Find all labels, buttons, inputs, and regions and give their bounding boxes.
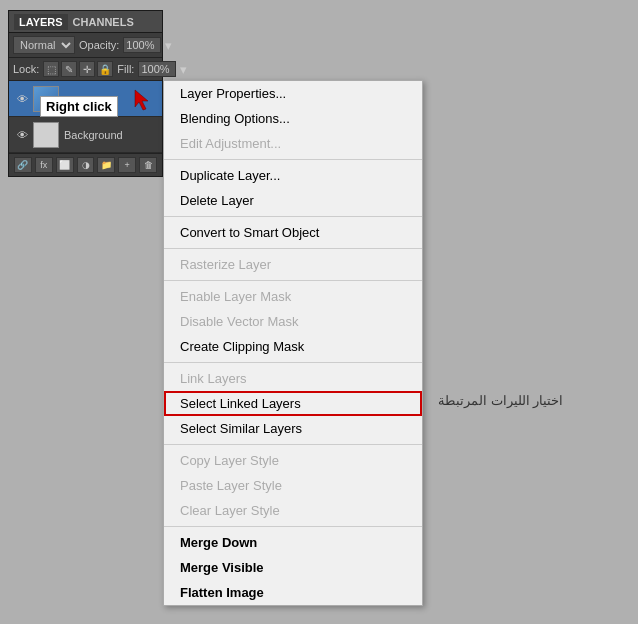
menu-sep-6 [164, 444, 422, 445]
lock-icons: ⬚ ✎ ✛ 🔒 [43, 61, 113, 77]
layer-name-bg: Background [64, 129, 123, 141]
menu-layer-properties[interactable]: Layer Properties... [164, 81, 422, 106]
panel-header: LAYERS CHANNELS [9, 11, 162, 33]
fill-input[interactable] [138, 61, 176, 77]
menu-merge-visible[interactable]: Merge Visible [164, 555, 422, 580]
menu-edit-adjustment: Edit Adjustment... [164, 131, 422, 156]
menu-duplicate-layer[interactable]: Duplicate Layer... [164, 163, 422, 188]
opacity-label: Opacity: [79, 39, 119, 51]
menu-copy-layer-style: Copy Layer Style [164, 448, 422, 473]
layer-item-background[interactable]: 👁 Background [9, 117, 162, 153]
lock-fill-row: Lock: ⬚ ✎ ✛ 🔒 Fill: ▾ [9, 58, 162, 81]
blend-mode-select[interactable]: Normal [13, 36, 75, 54]
cursor-arrow [130, 85, 160, 115]
menu-delete-layer[interactable]: Delete Layer [164, 188, 422, 213]
menu-clear-layer-style: Clear Layer Style [164, 498, 422, 523]
fill-label: Fill: [117, 63, 134, 75]
group-icon-btn[interactable]: 📁 [97, 157, 115, 173]
menu-link-layers: Link Layers [164, 366, 422, 391]
blend-opacity-row: Normal Opacity: ▾ [9, 33, 162, 58]
layers-tab[interactable]: LAYERS [14, 14, 68, 30]
new-layer-icon-btn[interactable]: + [118, 157, 136, 173]
menu-create-clipping-mask[interactable]: Create Clipping Mask [164, 334, 422, 359]
opacity-input[interactable] [123, 37, 161, 53]
menu-blending-options[interactable]: Blending Options... [164, 106, 422, 131]
lock-transparent-btn[interactable]: ⬚ [43, 61, 59, 77]
right-click-label: Right click [40, 96, 118, 117]
menu-flatten-image[interactable]: Flatten Image [164, 580, 422, 605]
menu-paste-layer-style: Paste Layer Style [164, 473, 422, 498]
menu-select-similar-layers[interactable]: Select Similar Layers [164, 416, 422, 441]
channels-tab[interactable]: CHANNELS [68, 14, 139, 30]
link-icon-btn[interactable]: 🔗 [14, 157, 32, 173]
layer-visibility-eye[interactable]: 👁 [14, 91, 30, 107]
menu-sep-4 [164, 280, 422, 281]
menu-enable-layer-mask: Enable Layer Mask [164, 284, 422, 309]
menu-merge-down[interactable]: Merge Down [164, 530, 422, 555]
fill-arrow[interactable]: ▾ [180, 62, 187, 77]
delete-layer-icon-btn[interactable]: 🗑 [139, 157, 157, 173]
lock-label: Lock: [13, 63, 39, 75]
context-menu: Layer Properties... Blending Options... … [163, 80, 423, 606]
layer-visibility-eye-bg[interactable]: 👁 [14, 127, 30, 143]
menu-sep-3 [164, 248, 422, 249]
opacity-arrow[interactable]: ▾ [165, 38, 172, 53]
lock-image-btn[interactable]: ✎ [61, 61, 77, 77]
menu-disable-vector-mask: Disable Vector Mask [164, 309, 422, 334]
menu-sep-1 [164, 159, 422, 160]
svg-marker-0 [135, 90, 148, 110]
fx-icon-btn[interactable]: fx [35, 157, 53, 173]
menu-sep-2 [164, 216, 422, 217]
menu-convert-smart-object[interactable]: Convert to Smart Object [164, 220, 422, 245]
layer-thumbnail-bg [33, 122, 59, 148]
arabic-label-select-linked: اختيار الليرات المرتبطة [438, 393, 563, 408]
panel-bottom-toolbar: 🔗 fx ⬜ ◑ 📁 + 🗑 [9, 153, 162, 176]
mask-icon-btn[interactable]: ⬜ [56, 157, 74, 173]
lock-all-btn[interactable]: 🔒 [97, 61, 113, 77]
menu-sep-5 [164, 362, 422, 363]
menu-rasterize-layer: Rasterize Layer [164, 252, 422, 277]
menu-select-linked-layers[interactable]: Select Linked Layers [164, 391, 422, 416]
adjustment-icon-btn[interactable]: ◑ [77, 157, 95, 173]
lock-position-btn[interactable]: ✛ [79, 61, 95, 77]
menu-sep-7 [164, 526, 422, 527]
